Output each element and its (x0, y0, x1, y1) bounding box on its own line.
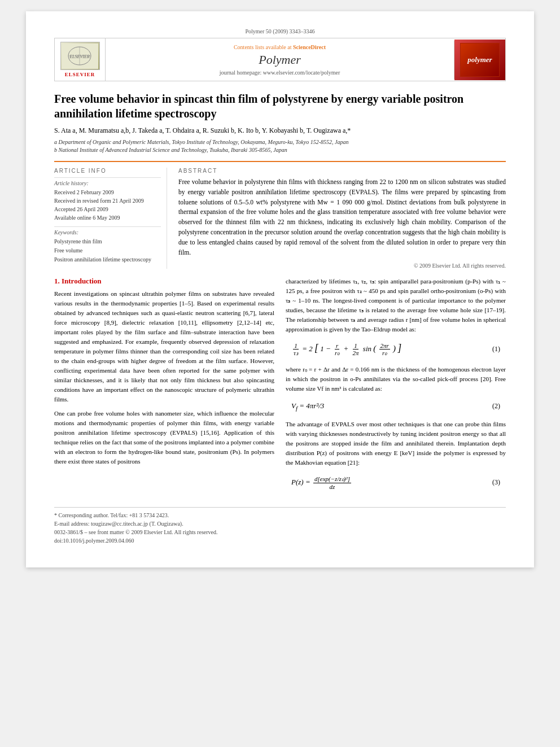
top-bar: Polymer 50 (2009) 3343–3346 (54, 28, 506, 34)
email-address: E-mail address: tougizaw@cc.titech.ac.jp… (54, 519, 506, 528)
eq2-description: The advantage of EVPALS over most other … (286, 420, 506, 468)
fraction-r-r0: r r₀ (334, 342, 340, 357)
received-date: Received 2 February 2009 (54, 188, 161, 196)
available-date: Available online 6 May 2009 (54, 213, 161, 222)
equation-1-block: 1 τ₃ = 2 [ 1 − r r₀ + 1 2π (286, 340, 506, 359)
corresponding-author: * Corresponding author. Tel/fax: +81 3 5… (54, 511, 506, 519)
eq2-number: (2) (492, 402, 500, 410)
svg-text:ELSEVIER: ELSEVIER (69, 54, 90, 59)
elsevier-wordmark: ELSEVIER (65, 72, 95, 77)
equation-3-block: P(z) = d[exp(−z/z₀)²] dz (3) (286, 473, 506, 492)
eq1-lhs: 1 τ₃ = 2 [ 1 − r r₀ + 1 2π (291, 344, 401, 353)
article-info-abstract: ARTICLE INFO Article history: Received 2… (54, 161, 506, 269)
journal-title: Polymer (111, 53, 448, 67)
history-label: Article history: (54, 180, 161, 186)
eq1-number: (1) (492, 345, 500, 353)
keyword-3: Positron annihilation lifetime spectrosc… (54, 255, 161, 264)
footnotes-section: * Corresponding author. Tel/fax: +81 3 5… (54, 507, 506, 545)
affiliation-b: b National Institute of Advanced Industr… (54, 146, 506, 154)
keywords-label: Keywords: (54, 229, 161, 235)
equation-2-content: Vf = 4πr³/3 (291, 401, 324, 412)
article-info-heading: ARTICLE INFO (54, 168, 161, 174)
keyword-2: Free volume (54, 246, 161, 255)
article-title: Free volume behavior in spincast thin fi… (54, 91, 506, 121)
eq1-description: where r₀ = r + Δr and Δr = 0.166 nm is t… (286, 365, 506, 394)
polymer-badge: polymer (460, 43, 500, 77)
fraction-2pi-r: 2πr r₀ (379, 342, 390, 357)
body-left-column: 1. Introduction Recent investigations on… (54, 277, 274, 498)
article-history: Article history: Received 2 February 200… (54, 177, 161, 222)
section1-title: 1. Introduction (54, 277, 274, 286)
keyword-1: Polystyrene thin film (54, 237, 161, 246)
fraction-1: 1 τ₃ (292, 342, 299, 357)
body-right-column: characterized by lifetimes τ₁, τ₂, τ₃: s… (286, 277, 506, 498)
copyright-line: © 2009 Elsevier Ltd. All rights reserved… (178, 263, 506, 269)
affiliations: a Department of Organic and Polymeric Ma… (54, 138, 506, 154)
article-info-column: ARTICLE INFO Article history: Received 2… (54, 168, 167, 269)
equation-2-block: Vf = 4πr³/3 (2) (286, 399, 506, 414)
section1-para2: One can probe free volume holes with nan… (54, 409, 274, 466)
received-revised-date: Received in revised form 21 April 2009 (54, 196, 161, 205)
elsevier-image: ELSEVIER (60, 42, 100, 70)
article-page: Polymer 50 (2009) 3343–3346 ELSEVIER ELS… (26, 11, 534, 567)
fraction-eq3: d[exp(−z/z₀)²] dz (313, 475, 351, 490)
polymer-logo-section: polymer (454, 40, 505, 80)
body-content: 1. Introduction Recent investigations on… (54, 277, 506, 498)
section1-para1: Recent investigations on spincast ultrat… (54, 289, 274, 405)
accepted-date: Accepted 26 April 2009 (54, 205, 161, 213)
sciencedirect-link-text: ScienceDirect (293, 44, 326, 50)
abstract-heading: ABSTRACT (178, 168, 506, 174)
affiliation-a: a Department of Organic and Polymeric Ma… (54, 138, 506, 146)
equation-3-content: P(z) = d[exp(−z/z₀)²] dz (291, 475, 352, 490)
journal-header: ELSEVIER ELSEVIER Contents lists availab… (54, 38, 506, 81)
fraction-1-2pi: 1 2π (352, 342, 360, 356)
abstract-text: Free volume behavior in polystyrene thin… (178, 177, 506, 258)
journal-center-section: Contents lists available at ScienceDirec… (106, 41, 454, 79)
journal-homepage-url: journal homepage: www.elsevier.com/locat… (111, 69, 448, 76)
journal-volume-info: Polymer 50 (2009) 3343–3346 (245, 28, 314, 34)
sciencedirect-line: Contents lists available at ScienceDirec… (111, 44, 448, 50)
section1-right-para1: characterized by lifetimes τ₁, τ₂, τ₃: s… (286, 277, 506, 334)
abstract-column: ABSTRACT Free volume behavior in polysty… (178, 168, 506, 269)
authors-line: S. Ata a, M. Muramatsu a,b, J. Takeda a,… (54, 126, 506, 135)
doi-info: doi:10.1016/j.polymer.2009.04.060 (54, 536, 506, 545)
keywords-section: Keywords: Polystyrene thin film Free vol… (54, 226, 161, 264)
equation-1-content: 1 τ₃ = 2 [ 1 − r r₀ + 1 2π (291, 342, 401, 357)
issn-info: 0032-3861/$ – see front matter © 2009 El… (54, 528, 506, 536)
elsevier-logo-section: ELSEVIER ELSEVIER (55, 38, 106, 81)
eq3-number: (3) (492, 478, 500, 487)
